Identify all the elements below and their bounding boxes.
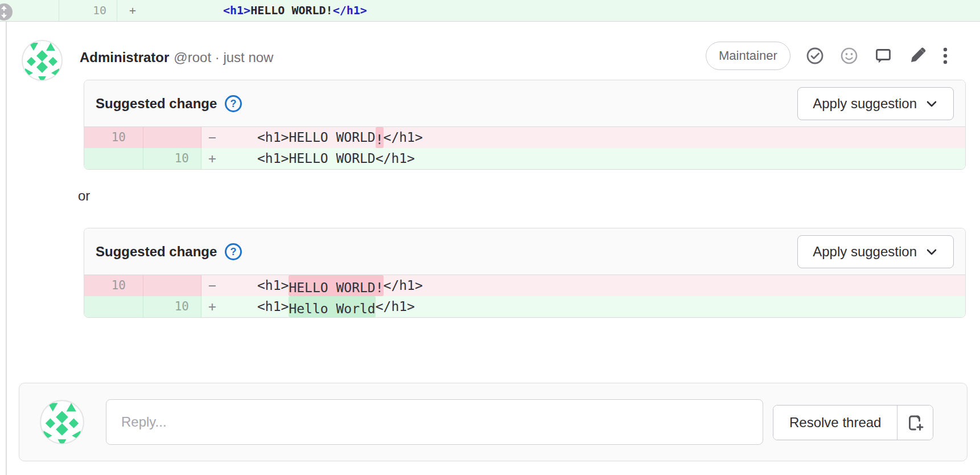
reply-footer: Resolve thread	[19, 383, 967, 461]
new-line-number: 10	[143, 148, 201, 169]
code-line: <h1>HELLO WORLD!</h1>	[223, 3, 367, 17]
or-separator: or	[78, 188, 90, 204]
added-word-highlight: Hello World	[289, 296, 375, 317]
open-tag: <h1>	[223, 3, 250, 17]
minus-sign: −	[208, 127, 257, 148]
suggestion-box: Suggested change ? Apply suggestion 10 −…	[84, 228, 966, 318]
suggestion-header: Suggested change ? Apply suggestion	[84, 80, 965, 127]
apply-suggestion-label: Apply suggestion	[813, 96, 917, 112]
code-cell: +<h1>HELLO WORLD</h1>	[201, 148, 965, 169]
old-line-number	[84, 296, 143, 317]
author-avatar[interactable]	[22, 40, 63, 81]
note-actions: Maintainer	[706, 42, 949, 70]
new-issue-icon	[905, 413, 925, 432]
added-line: 10 +<h1>HELLO WORLD</h1>	[84, 148, 965, 169]
removed-word-highlight: !	[376, 127, 384, 148]
code-post: </h1>	[384, 275, 423, 296]
resolve-thread-group: Resolve thread	[773, 405, 933, 440]
comment-icon[interactable]	[874, 46, 893, 65]
code-cell: +<h1>Hello World</h1>	[201, 296, 965, 317]
code-post: </h1>	[376, 296, 415, 317]
suggestion-title: Suggested change	[96, 244, 217, 260]
code-post: </h1>	[384, 127, 423, 148]
author-name[interactable]: Administrator	[80, 50, 169, 65]
removed-line: 10 −<h1>HELLO WORLD!</h1>	[84, 275, 965, 296]
removed-line: 10 −<h1>HELLO WORLD!</h1>	[84, 127, 965, 148]
code-cell: −<h1>HELLO WORLD!</h1>	[201, 275, 965, 296]
svg-text:?: ?	[230, 98, 237, 109]
plus-sign: +	[129, 0, 223, 21]
close-tag: </h1>	[333, 3, 367, 17]
code-pre: <h1>HELLO WORLD	[257, 127, 376, 148]
suggestion-header: Suggested change ? Apply suggestion	[84, 228, 965, 275]
old-line-number	[84, 148, 143, 169]
apply-suggestion-label: Apply suggestion	[813, 244, 917, 260]
added-line: 10 +<h1>Hello World</h1>	[84, 296, 965, 317]
code-pre: <h1>	[257, 296, 289, 317]
plus-sign: +	[208, 296, 257, 317]
emoji-reaction-icon[interactable]	[839, 46, 859, 65]
help-icon[interactable]: ?	[224, 242, 243, 261]
author-meta: @root · just now	[174, 50, 273, 65]
chevron-down-icon	[925, 245, 938, 259]
code-text: HELLO WORLD!	[250, 3, 333, 17]
resolve-with-issue-button[interactable]	[897, 406, 933, 440]
new-line-number	[143, 127, 201, 148]
old-line-number: 10	[84, 275, 143, 296]
minus-sign: −	[208, 275, 257, 296]
reply-input[interactable]	[106, 399, 763, 445]
diff-added-line: 10 +<h1>HELLO WORLD!</h1>	[0, 0, 980, 22]
code-pre: <h1>HELLO WORLD</h1>	[257, 148, 415, 169]
suggestion-box: Suggested change ? Apply suggestion 10 −…	[84, 80, 966, 170]
resolve-thread-button[interactable]: Resolve thread	[773, 406, 897, 440]
help-icon[interactable]: ?	[224, 94, 243, 113]
resolve-check-icon[interactable]	[805, 46, 825, 65]
current-user-avatar	[40, 400, 84, 444]
more-actions-icon[interactable]	[942, 46, 949, 65]
diff-code-cell: +<h1>HELLO WORLD!</h1>	[117, 0, 980, 21]
plus-sign: +	[208, 148, 257, 169]
code-pre: <h1>	[257, 275, 289, 296]
edit-pencil-icon[interactable]	[908, 46, 927, 65]
apply-suggestion-button[interactable]: Apply suggestion	[797, 235, 954, 268]
code-cell: −<h1>HELLO WORLD!</h1>	[201, 127, 965, 148]
new-line-number	[143, 275, 201, 296]
old-line-number: 10	[84, 127, 143, 148]
suggestion-title: Suggested change	[96, 96, 217, 112]
svg-text:?: ?	[230, 246, 237, 257]
removed-word-highlight: HELLO WORLD!	[289, 275, 383, 296]
role-badge: Maintainer	[706, 42, 790, 70]
new-line-number[interactable]: 10	[59, 0, 117, 21]
thread-left-border	[6, 22, 7, 475]
mr-discussion-screen: 10 +<h1>HELLO WORLD!</h1>	[0, 0, 980, 475]
chevron-down-icon	[925, 97, 938, 110]
note-header-text: Administrator@root · just now	[80, 49, 273, 66]
new-line-number: 10	[143, 296, 201, 317]
expand-lines-icon[interactable]	[0, 3, 13, 21]
apply-suggestion-button[interactable]: Apply suggestion	[797, 87, 954, 120]
